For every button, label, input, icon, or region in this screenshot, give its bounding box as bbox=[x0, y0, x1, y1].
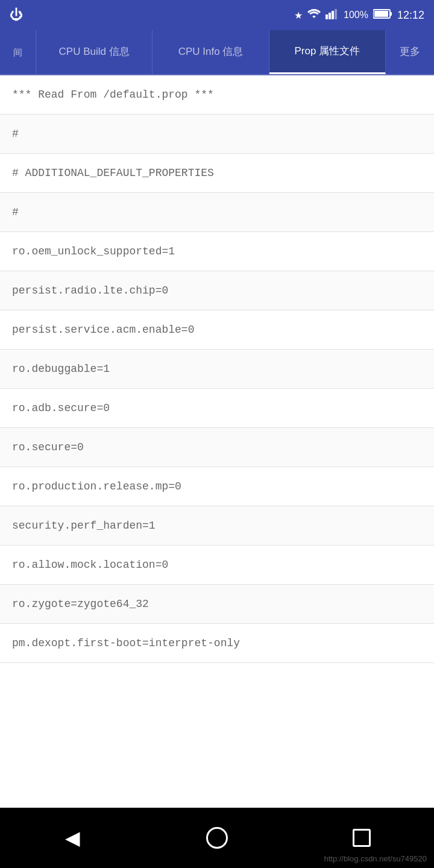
prop-item: ro.adb.secure=0 bbox=[0, 389, 434, 428]
recents-button[interactable] bbox=[344, 820, 380, 856]
prop-item: *** Read From /default.prop *** bbox=[0, 75, 434, 115]
prop-item: ro.zygote=zygote64_32 bbox=[0, 585, 434, 624]
prop-item: # bbox=[0, 115, 434, 154]
battery-percentage: 100% bbox=[344, 10, 368, 20]
svg-rect-3 bbox=[335, 9, 337, 19]
tab-cpu-info[interactable]: CPU Info 信息 bbox=[153, 30, 269, 74]
tab-cpu-build[interactable]: CPU Build 信息 bbox=[36, 30, 153, 74]
battery-icon bbox=[373, 8, 392, 22]
wifi-icon bbox=[307, 8, 321, 22]
tab-time[interactable]: 间 bbox=[0, 30, 36, 74]
status-time: 12:12 bbox=[397, 9, 424, 22]
svg-rect-0 bbox=[326, 14, 328, 19]
svg-rect-2 bbox=[332, 11, 334, 19]
nav-bar: ◀ http://blog.csdn.net/su749520 bbox=[0, 808, 434, 868]
power-icon: ⏻ bbox=[10, 7, 23, 23]
status-bar: ⏻ ★ 100% bbox=[0, 0, 434, 30]
prop-item: persist.radio.lte.chip=0 bbox=[0, 271, 434, 310]
back-button[interactable]: ◀ bbox=[54, 820, 90, 856]
prop-item: ro.secure=0 bbox=[0, 428, 434, 467]
prop-item: # bbox=[0, 193, 434, 232]
tab-prop[interactable]: Prop 属性文件 bbox=[269, 30, 386, 74]
content-area[interactable]: *** Read From /default.prop ***## ADDITI… bbox=[0, 75, 434, 808]
prop-item: ro.production.release.mp=0 bbox=[0, 467, 434, 506]
tab-more[interactable]: 更多 bbox=[386, 30, 434, 74]
bluetooth-icon: ★ bbox=[294, 10, 303, 21]
prop-item: persist.service.acm.enable=0 bbox=[0, 310, 434, 350]
prop-item: security.perf_harden=1 bbox=[0, 506, 434, 546]
home-button[interactable] bbox=[199, 820, 235, 856]
prop-item: pm.dexopt.first-boot=interpret-only bbox=[0, 624, 434, 663]
svg-rect-1 bbox=[329, 13, 331, 19]
signal-icon bbox=[326, 8, 339, 22]
watermark: http://blog.csdn.net/su749520 bbox=[324, 854, 427, 863]
prop-item: ro.oem_unlock_supported=1 bbox=[0, 232, 434, 271]
tab-bar: 间 CPU Build 信息 CPU Info 信息 Prop 属性文件 更多 bbox=[0, 30, 434, 75]
svg-rect-5 bbox=[374, 11, 388, 17]
prop-item: ro.debuggable=1 bbox=[0, 350, 434, 389]
status-bar-right: ★ 100% 12:12 bbox=[294, 8, 424, 22]
prop-item: ro.allow.mock.location=0 bbox=[0, 546, 434, 585]
status-bar-left: ⏻ bbox=[10, 7, 23, 23]
svg-rect-6 bbox=[390, 12, 392, 16]
prop-item: # ADDITIONAL_DEFAULT_PROPERTIES bbox=[0, 154, 434, 193]
